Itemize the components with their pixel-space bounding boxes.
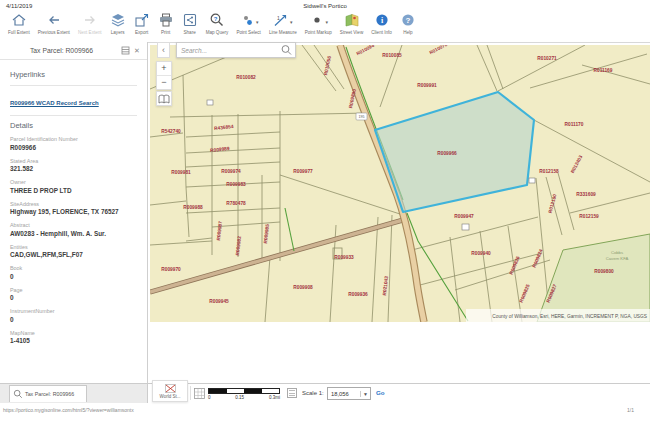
- toolbar-button-label: Print: [161, 30, 170, 35]
- collapse-panel-button[interactable]: ‹: [157, 42, 170, 58]
- parcel-label: R009940: [471, 251, 491, 256]
- field-label: Owner: [10, 179, 137, 185]
- basemap-label: World St...: [160, 394, 181, 399]
- detail-field: Book0: [10, 265, 137, 280]
- share-icon: [182, 13, 198, 31]
- toolbar-previous-extent-button[interactable]: Previous Extent: [34, 13, 74, 36]
- parcel-label: R010082: [236, 75, 256, 80]
- field-value: CAD,GWL,RFM,SFL,F07: [10, 251, 137, 258]
- line-measure-icon: 1: [273, 13, 289, 31]
- chevron-down-icon[interactable]: ▾: [326, 19, 329, 25]
- field-label: Page: [10, 287, 137, 293]
- field-label: SiteAddress: [10, 201, 137, 207]
- toolbar-point-select-button[interactable]: ▾Point Select: [232, 13, 265, 36]
- detail-field: Stated Area321.582: [10, 158, 137, 173]
- toolbar-button-label: Point Select: [236, 30, 261, 35]
- svg-text:195: 195: [359, 115, 365, 119]
- toolbar-button-label: Next Extent: [78, 30, 102, 35]
- parcel-label: R542740: [161, 129, 181, 134]
- field-value: Highway 195, FLORENCE, TX 76527: [10, 208, 137, 215]
- parcel-label: R012158: [539, 169, 559, 174]
- client-info-icon: i: [374, 13, 390, 31]
- chevron-down-icon[interactable]: ▾: [290, 19, 293, 25]
- toolbar-button-label: Map Query: [206, 30, 229, 35]
- field-value: R009966: [10, 144, 137, 151]
- toolbar-point-markup-button[interactable]: ▾Point Markup: [301, 13, 336, 36]
- units-toggle-icon[interactable]: [287, 388, 297, 398]
- toolbar-button-label: Client Info: [371, 30, 392, 35]
- parcel-label: R011169: [594, 68, 613, 73]
- basemap-button[interactable]: World St...: [152, 380, 188, 402]
- search-input[interactable]: [177, 47, 280, 54]
- tab-label: Tax Parcel: R009966: [25, 391, 74, 397]
- tab-strip: Tax Parcel: R009966: [0, 384, 148, 403]
- help-icon: ?: [400, 13, 416, 31]
- toolbar-next-extent-button[interactable]: Next Extent: [74, 13, 106, 36]
- map-query-icon: ?: [209, 13, 225, 31]
- overview-map-icon[interactable]: [194, 388, 205, 399]
- field-value: AW0283 - Hemphill, Wm. A. Sur.: [10, 230, 137, 237]
- toolbar-client-info-button[interactable]: iClient Info: [367, 13, 396, 36]
- divider: [10, 85, 137, 86]
- panel-header: Tax Parcel: R009966 ✕: [0, 42, 147, 60]
- zoom-controls: + −: [156, 61, 172, 90]
- tab-tax-parcel[interactable]: Tax Parcel: R009966: [9, 385, 87, 402]
- parcel-label: R331609: [576, 192, 596, 197]
- toolbar-layers-button[interactable]: Layers: [106, 13, 130, 36]
- details-heading: Details: [10, 121, 137, 130]
- parcel-label: R010271: [537, 56, 557, 61]
- toolbar-button-label: Previous Extent: [38, 30, 70, 35]
- scale-value: 18,056: [328, 391, 360, 397]
- parcel-label: R009800: [594, 269, 614, 274]
- parcel-label: R009936: [348, 292, 368, 297]
- print-footer-page: 1/1: [627, 407, 634, 413]
- map-search: [176, 42, 296, 58]
- svg-text:County of Williamson, Esri, HE: County of Williamson, Esri, HERE, Garmin…: [492, 314, 647, 319]
- toolbar-button-label: Point Markup: [305, 30, 332, 35]
- toolbar-button-label: Layers: [111, 30, 125, 35]
- chevron-down-icon: ▼: [360, 391, 370, 397]
- toolbar-share-button[interactable]: Share: [178, 13, 202, 36]
- toolbar: Full ExtentPrevious ExtentNext ExtentLay…: [0, 12, 650, 43]
- toolbar-print-button[interactable]: Print: [154, 13, 178, 36]
- svg-text:?: ?: [214, 15, 218, 21]
- parcel-label: R009983: [226, 182, 246, 187]
- list-icon[interactable]: [119, 46, 131, 56]
- wcad-record-link[interactable]: R009966 WCAD Record Search: [10, 100, 99, 106]
- svg-text:?: ?: [405, 15, 410, 24]
- map-canvas[interactable]: 195 R010082R010056R009890R010094R010085R…: [150, 45, 650, 322]
- detail-field: SiteAddressHighway 195, FLORENCE, TX 765…: [10, 201, 137, 216]
- field-value: 1-4105: [10, 337, 137, 344]
- toolbar-map-query-button[interactable]: ?Map Query: [202, 13, 233, 36]
- field-label: InstrumentNumber: [10, 308, 137, 314]
- route-shield: 195: [356, 113, 367, 120]
- detail-field: Page0: [10, 287, 137, 302]
- zoom-in-button[interactable]: +: [157, 62, 171, 75]
- scale-select[interactable]: 18,056 ▼: [327, 387, 371, 400]
- go-button[interactable]: Go: [376, 389, 385, 396]
- parcel-label: R009933: [334, 255, 354, 260]
- detail-field: AbstractAW0283 - Hemphill, Wm. A. Sur.: [10, 222, 137, 237]
- toolbar-button-label: Share: [184, 30, 196, 35]
- field-label: Abstract: [10, 222, 137, 228]
- toolbar-export-button[interactable]: Export: [130, 13, 154, 36]
- divider: [10, 115, 137, 116]
- detail-field: MapName1-4105: [10, 330, 137, 345]
- identify-icon: [13, 389, 23, 399]
- detail-field: OwnerTHREE D PROP LTD: [10, 179, 137, 194]
- toolbar-full-extent-button[interactable]: Full Extent: [4, 13, 34, 36]
- bookmarks-button[interactable]: [156, 91, 172, 106]
- chevron-down-icon[interactable]: ▾: [256, 19, 259, 25]
- book-icon: [158, 94, 170, 104]
- toolbar-line-measure-button[interactable]: 1▾Line Measure: [265, 13, 301, 36]
- print-title: Sidwell's Portico: [0, 3, 650, 9]
- toolbar-street-view-button[interactable]: Street View: [336, 13, 367, 36]
- close-icon[interactable]: ✕: [131, 47, 143, 55]
- print-footer-url: https://portico.mygisonline.com/html5/?v…: [3, 407, 134, 413]
- scale-tick: 0.3mi: [269, 395, 280, 400]
- toolbar-button-label: Line Measure: [269, 30, 297, 35]
- zoom-out-button[interactable]: −: [157, 75, 171, 89]
- parcel-label: R012159: [579, 214, 599, 219]
- hyperlinks-heading: Hyperlinks: [10, 70, 137, 79]
- toolbar-help-button[interactable]: ?Help: [396, 13, 420, 36]
